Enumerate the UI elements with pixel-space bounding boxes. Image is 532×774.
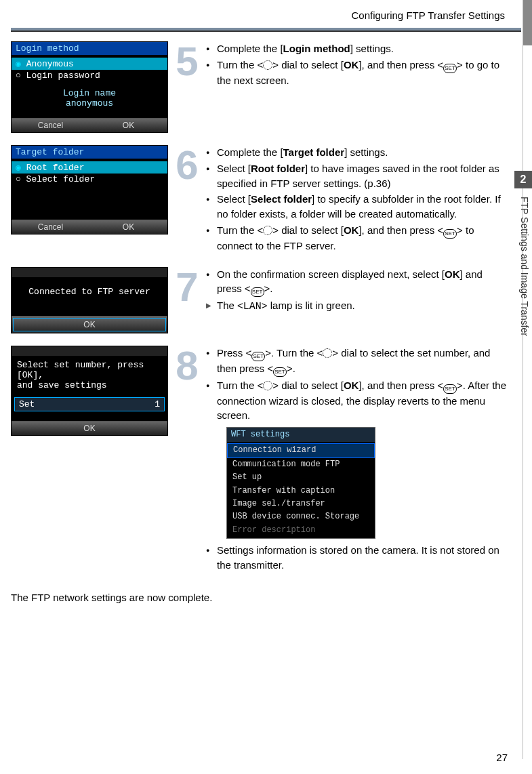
screenshot-select-set: Select set number, press [OK], and save … — [11, 346, 168, 436]
step-number-8: 8 — [168, 346, 206, 382]
step-5: Login method Anonymous Login password Lo… — [11, 41, 512, 133]
set-icon: SET — [443, 229, 457, 239]
step8-bullet1: Press <SET>. Turn the <> dial to select … — [206, 346, 509, 377]
radio-root-folder: Root folder — [12, 161, 167, 174]
cancel-button: Cancel — [12, 119, 89, 132]
set-label: Set — [19, 399, 35, 409]
menu-image-sel: Image sel./transfer — [227, 497, 375, 510]
ok-button: OK — [89, 220, 167, 234]
step8-bullet3: Settings information is stored on the ca… — [206, 543, 509, 573]
step6-bullet3: Select [Select folder] to specify a subf… — [206, 192, 509, 222]
screenshot-title: Target folder — [12, 146, 167, 159]
dial-icon — [263, 60, 272, 70]
set-icon: SET — [251, 352, 265, 361]
step-number-7: 7 — [168, 267, 206, 304]
login-name-label: Login name — [12, 88, 167, 98]
step-number-6: 6 — [168, 145, 206, 182]
step7-bullet1: On the confirmation screen displayed nex… — [206, 267, 509, 298]
header-rule — [11, 28, 521, 32]
step-8: Select set number, press [OK], and save … — [11, 346, 512, 574]
screenshot-login-method: Login method Anonymous Login password Lo… — [11, 41, 168, 133]
screenshot-connected: Connected to FTP server OK — [11, 267, 168, 333]
connected-message: Connected to FTP server — [12, 277, 167, 306]
screenshot-title: Login method — [12, 42, 167, 55]
step6-bullet4: Turn the <> dial to select [OK], and the… — [206, 223, 509, 253]
footer-text: The FTP network settings are now complet… — [0, 586, 532, 603]
radio-login-password: Login password — [12, 70, 167, 81]
step-number-5: 5 — [168, 41, 206, 78]
step7-bullet2: The <LAN> lamp is lit in green. — [206, 298, 509, 314]
dial-icon — [263, 381, 272, 390]
menu-comm-mode: Communication mode FTP — [227, 458, 375, 471]
login-name-value: anonymous — [12, 98, 167, 108]
page-header: Configuring FTP Transfer Settings — [0, 0, 532, 25]
step-6: Target folder Root folder Select folder … — [11, 145, 512, 255]
inset-title: WFT settings — [227, 428, 375, 442]
ok-button: OK — [89, 119, 167, 132]
cancel-button: Cancel — [12, 220, 89, 234]
radio-anonymous: Anonymous — [12, 58, 167, 70]
menu-transfer-caption: Transfer with caption — [227, 485, 375, 497]
ok-button: OK — [13, 318, 166, 331]
set-icon: SET — [443, 384, 457, 394]
dial-icon — [263, 226, 272, 235]
step6-bullet1: Complete the [Target folder] settings. — [206, 145, 509, 160]
set-icon: SET — [251, 287, 264, 297]
menu-connection-wizard: Connection wizard — [227, 443, 375, 457]
menu-setup: Set up — [227, 471, 375, 484]
radio-select-folder: Select folder — [12, 174, 167, 185]
menu-error-desc: Error description — [227, 524, 375, 537]
step6-bullet2: Select [Root folder] to have images save… — [206, 161, 509, 191]
step5-bullet1: Complete the [Login method] settings. — [206, 41, 509, 56]
set-value: 1 — [155, 399, 160, 409]
step5-bullet2: Turn the <> dial to select [OK], and the… — [206, 58, 509, 88]
screenshot-wft-settings: WFT settings Connection wizard Communica… — [226, 427, 375, 539]
page-number: 27 — [496, 752, 508, 763]
menu-usb-device: USB device connec. Storage — [227, 510, 375, 523]
screenshot-target-folder: Target folder Root folder Select folder … — [11, 145, 168, 235]
dial-icon — [323, 348, 332, 358]
select-set-line1: Select set number, press [OK], — [17, 360, 162, 380]
select-set-line2: and save settings — [17, 380, 162, 390]
set-icon: SET — [443, 64, 457, 73]
step-7: Connected to FTP server OK 7 On the conf… — [11, 267, 512, 333]
step8-bullet2: Turn the <> dial to select [OK], and the… — [206, 378, 509, 424]
ok-button: OK — [12, 422, 167, 435]
chapter-side-label: FTP Settings and Image Transfer — [516, 197, 530, 400]
set-icon: SET — [273, 367, 287, 377]
chapter-tab: 2 — [514, 171, 532, 188]
